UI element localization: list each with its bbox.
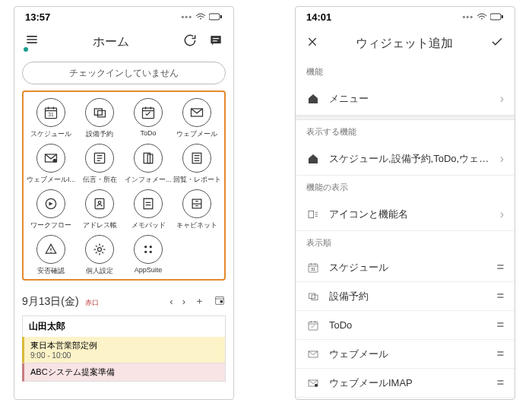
app-label: 回覧・レポート [173,175,221,185]
cabinet-icon [182,189,211,218]
app-label: アドレス帳 [83,220,117,230]
menu-button[interactable] [24,32,40,52]
page-title: ウィジェット追加 [356,36,453,52]
add-event-button[interactable]: ＋ [195,294,204,308]
app-mail2[interactable]: ウェブメールI... [27,144,75,185]
app-settings[interactable]: 個人設定 [75,235,124,276]
app-info[interactable]: インフォメー... [124,144,173,185]
order-row-todo[interactable]: ToDo= [296,311,515,340]
date-label: 9月13日(金) [22,295,79,307]
svg-rect-29 [502,15,503,18]
comment-button[interactable] [207,33,224,51]
event-title: ABCシステム提案準備 [30,366,219,378]
widget-grid-box: スケジュール設備予約ToDoウェブメールウェブメールI...伝言・所在インフォメ… [22,90,226,281]
app-label: ToDo [140,129,156,137]
status-time: 14:01 [306,11,331,23]
event-item[interactable]: 東日本営業部定例9:00 - 10:00 [22,337,226,363]
app-label: 個人設定 [86,266,113,276]
user-name: 山田太郎 [22,316,226,337]
drag-handle-icon[interactable]: = [497,319,504,332]
section-head-function: 機能 [296,60,515,82]
app-label: インフォメー... [125,175,172,185]
status-indicators: ••• [181,12,223,21]
chevron-right-icon: › [500,208,504,221]
wifi-icon [195,13,206,21]
drag-handle-icon[interactable]: = [497,290,504,303]
display-mode-label: アイコンと機能名 [329,208,491,221]
prev-day-button[interactable]: ‹ [169,296,173,307]
date-row: 9月13日(金) 赤口 ‹ › ＋ [22,290,226,312]
app-equipment[interactable]: 設備予約 [75,98,124,139]
app-report[interactable]: 回覧・レポート [173,144,221,185]
app-safety[interactable]: 安否確認 [27,235,75,276]
home-icon [306,153,320,165]
chevron-right-icon: › [500,92,504,106]
close-button[interactable] [306,36,318,51]
battery-icon [490,13,504,21]
mail2-icon [36,144,65,173]
today-button[interactable] [214,294,226,309]
mail-icon [182,98,211,127]
app-address[interactable]: アドレス帳 [75,189,124,230]
mail2-icon [306,377,320,389]
status-time: 13:57 [25,11,50,23]
drag-handle-icon[interactable]: = [497,347,504,361]
order-row-mail[interactable]: ウェブメール= [296,340,515,369]
app-label: 安否確認 [37,266,65,276]
app-label: 設備予約 [86,129,113,139]
home-icon [306,93,320,105]
equipment-icon [306,290,320,303]
app-label: ワークフロー [30,220,71,230]
event-time: 9:00 - 10:00 [30,351,219,360]
order-row-equipment[interactable]: 設備予約= [296,282,515,311]
app-label: AppSuite [135,266,163,274]
message-icon [85,144,114,173]
app-todo[interactable]: ToDo [124,98,173,139]
confirm-button[interactable] [490,35,504,52]
wifi-icon [477,13,487,21]
order-label: 設備予約 [329,290,488,303]
safety-icon [36,235,65,264]
order-row-calendar[interactable]: スケジュール= [296,253,515,282]
appsuite-icon [134,235,163,264]
reload-button[interactable] [182,33,198,51]
next-day-button[interactable]: › [182,296,185,307]
drag-handle-icon[interactable]: = [497,376,504,390]
memo-icon [134,189,163,218]
page-title: ホーム [93,34,129,50]
app-cabinet[interactable]: キャビネット [173,189,221,230]
order-label: ウェブメールIMAP [329,376,488,390]
event-item[interactable]: ABCシステム提案準備 [22,363,226,382]
todo-icon [134,98,163,127]
date-rokuyou: 赤口 [85,299,99,306]
features-row-label: スケジュール,設備予約,ToDo,ウェブ… [329,152,491,166]
title-bar: ウィジェット追加 [296,27,515,60]
todo-icon [306,319,320,331]
app-mail[interactable]: ウェブメール [173,98,221,139]
device-add-widget: 14:01 ••• ウィジェット追加 機能 メニュー › 表示する機能 スケジュ… [295,6,515,400]
status-bar: 13:57 ••• [14,7,233,27]
svg-rect-26 [209,14,220,20]
mail-icon [306,348,320,360]
calendar-icon [36,98,65,127]
app-workflow[interactable]: ワークフロー [27,189,75,230]
settings-icon [85,235,114,264]
status-bar: 14:01 ••• [296,7,515,27]
app-memo[interactable]: メモパッド [124,189,173,230]
app-calendar[interactable]: スケジュール [27,98,75,139]
svg-rect-27 [220,15,222,18]
chevron-right-icon: › [500,152,504,166]
address-icon [85,189,114,218]
menu-row[interactable]: メニュー › [296,82,515,116]
checkin-button[interactable]: チェックインしていません [22,62,226,84]
status-indicators: ••• [462,12,504,21]
display-mode-row[interactable]: アイコンと機能名 › [296,198,515,231]
app-message[interactable]: 伝言・所在 [75,144,124,185]
iconname-icon [306,208,320,220]
order-row-mail2[interactable]: ウェブメールIMAP= [296,369,515,398]
features-row[interactable]: スケジュール,設備予約,ToDo,ウェブ… › [296,142,515,176]
app-appsuite[interactable]: AppSuite [124,235,173,276]
app-label: ウェブメール [176,129,217,139]
drag-handle-icon[interactable]: = [497,261,504,274]
status-dots-icon: ••• [462,12,473,21]
